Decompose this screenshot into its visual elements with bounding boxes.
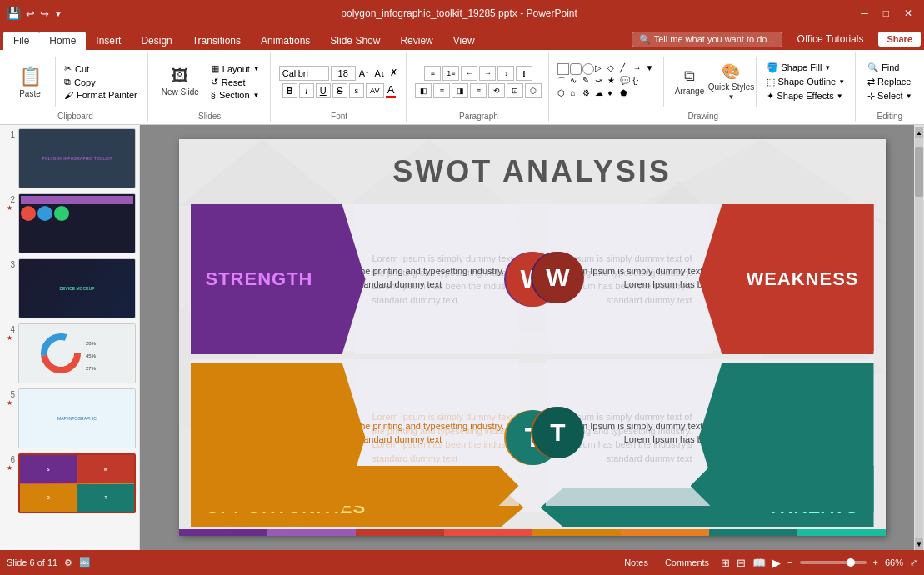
tab-review[interactable]: Review [390,32,442,50]
clear-format-btn[interactable]: ✗ [388,68,399,78]
oval-tool[interactable] [582,63,594,75]
slide-img-2[interactable] [18,193,136,253]
triangle-tool[interactable]: ▷ [595,63,607,75]
shape-outline-button[interactable]: ⬚ Shape Outline ▼ [763,76,848,88]
minimize-button[interactable]: ─ [856,6,873,21]
strikethrough-button[interactable]: S [332,83,347,98]
text-direction-button[interactable]: ⟲ [488,83,505,98]
accessibility-icon[interactable]: ⚙ [64,558,72,568]
freeform-tool[interactable]: ✎ [582,76,594,88]
shape-extra6[interactable]: ⬟ [620,88,632,100]
paste-button[interactable]: 📋 Paste [10,64,50,100]
align-text-button[interactable]: ⊡ [507,83,523,98]
slide-sorter-icon[interactable]: ⊟ [737,557,746,569]
reset-button[interactable]: ↺ Reset [207,76,263,88]
office-tutorials-button[interactable]: Office Tutorials [789,30,872,48]
search-box[interactable]: 🔍 Tell me what you want to do... [632,32,782,48]
slide-img-1[interactable]: POLYGON INFOGRAPHIC TOOLKIT [18,128,136,188]
close-button[interactable]: ✕ [899,6,917,21]
decrease-font-btn[interactable]: A↓ [373,68,387,78]
customize-icon[interactable]: ▼ [54,9,62,18]
zoom-level[interactable]: 66% [885,558,903,568]
quick-styles-button[interactable]: 🎨 Quick Styles ▼ [712,61,749,102]
tab-design[interactable]: Design [131,32,182,50]
redo-icon[interactable]: ↪ [40,8,49,20]
cut-button[interactable]: ✂ Cut [61,62,141,75]
tab-home[interactable]: Home [39,32,86,50]
new-slide-button[interactable]: 🖼 New Slide [157,65,204,98]
diamond-tool[interactable]: ◇ [607,63,619,75]
fit-slide-icon[interactable]: ⤢ [910,558,917,568]
notes-button[interactable]: Notes [619,556,653,569]
underline-button[interactable]: U [316,83,331,98]
shape-fill-button[interactable]: 🪣 Shape Fill ▼ [763,62,848,74]
select-button[interactable]: ⊹ Select ▼ [864,90,916,102]
slideshow-icon[interactable]: ▶ [772,557,781,569]
maximize-button[interactable]: □ [878,6,894,21]
reading-view-icon[interactable]: 📖 [752,557,766,569]
find-button[interactable]: 🔍 Find [864,62,916,74]
lang-icon[interactable]: 🔤 [79,558,91,568]
shape-effects-button[interactable]: ✦ Shape Effects ▼ [763,90,848,102]
rect-tool[interactable] [557,63,569,75]
scroll-thumb[interactable] [915,147,923,197]
format-painter-button[interactable]: 🖌 Format Painter [61,89,141,101]
justify-button[interactable]: ≡ [470,83,487,98]
section-button[interactable]: § Section ▼ [207,89,263,101]
bold-button[interactable]: B [282,83,297,98]
arrow-tool[interactable]: → [632,63,644,75]
zoom-in-icon[interactable]: + [873,558,878,568]
increase-indent-button[interactable]: → [479,66,496,81]
slide-img-5[interactable]: MAP INFOGRAPHIC [18,388,136,448]
font-size-input[interactable] [331,66,356,81]
font-color-button[interactable]: A [386,83,397,98]
align-center-button[interactable]: ≡ [433,83,450,98]
char-spacing-button[interactable]: AV [366,83,384,98]
scroll-up-btn[interactable]: ▲ [915,127,923,138]
undo-icon[interactable]: ↩ [26,8,35,20]
slide-img-3[interactable]: DEVICE MOCKUP [18,258,136,318]
shape-extra3[interactable]: ⚙ [582,88,594,100]
slide-thumb-2[interactable]: 2 ★ [3,193,136,253]
layout-button[interactable]: ▦ Layout ▼ [207,62,263,75]
tab-insert[interactable]: Insert [86,32,131,50]
slide-thumb-3[interactable]: 3 DEVICE MOCKUP [3,258,136,318]
replace-button[interactable]: ⇄ Replace [864,76,916,88]
tab-file[interactable]: File [3,32,39,50]
arrange-button[interactable]: ⧉ Arrange [671,66,707,98]
columns-button[interactable]: ⫿ [516,66,532,81]
align-left-button[interactable]: ◧ [415,83,432,98]
zoom-out-icon[interactable]: − [787,558,792,568]
shape-extra2[interactable]: ⌂ [570,88,582,100]
connector-tool[interactable]: ⤻ [595,76,607,88]
slide-img-6[interactable]: S W O T [18,453,136,513]
decrease-indent-button[interactable]: ← [461,66,477,81]
star-tool[interactable]: ★ [607,76,619,88]
smartart-button[interactable]: ⬡ [525,83,542,98]
curve-tool[interactable]: ∿ [570,76,582,88]
tab-slideshow[interactable]: Slide Show [320,32,390,50]
tab-transitions[interactable]: Transitions [182,32,251,50]
slide-thumb-4[interactable]: 4 ★ 28% 45% 27% [3,323,136,383]
save-icon[interactable]: 💾 [7,7,21,20]
comments-button[interactable]: Comments [660,556,714,569]
tab-view[interactable]: View [443,32,485,50]
slide-thumb-5[interactable]: 5 ★ MAP INFOGRAPHIC [3,388,136,448]
slide-img-4[interactable]: 28% 45% 27% [18,323,136,383]
vertical-scrollbar[interactable]: ▲ ▼ [914,125,924,550]
bullets-button[interactable]: ≡ [424,66,441,81]
line-tool[interactable]: ╱ [620,63,632,75]
line-spacing-button[interactable]: ↕ [497,66,514,81]
normal-view-icon[interactable]: ⊞ [721,557,730,569]
font-name-input[interactable] [279,66,329,81]
slide-thumb-1[interactable]: 1 POLYGON INFOGRAPHIC TOOLKIT [3,128,136,188]
shadow-button[interactable]: s [349,83,364,98]
copy-button[interactable]: ⧉ Copy [61,76,141,88]
tab-animations[interactable]: Animations [251,32,320,50]
shape-extra5[interactable]: ♦ [607,88,619,100]
shape-extra1[interactable]: ⬡ [557,88,569,100]
more-shapes[interactable]: ▼ [645,63,657,75]
brace-tool[interactable]: {} [632,76,644,88]
share-button[interactable]: Share [878,32,921,47]
slide-thumb-6[interactable]: 6 ★ S W O T [3,453,136,513]
